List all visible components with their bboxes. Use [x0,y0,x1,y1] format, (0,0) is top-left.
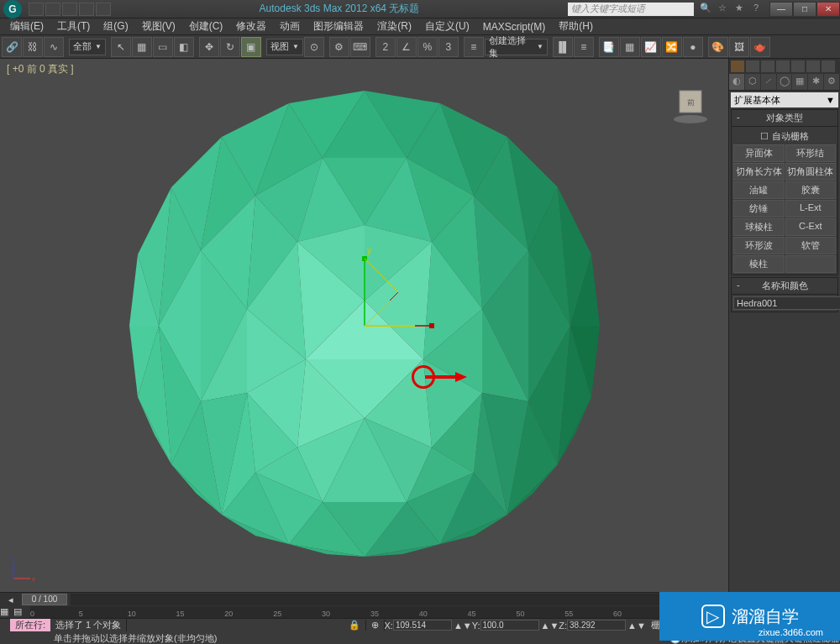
scale-icon[interactable]: ▣ [241,37,261,57]
modify-tab[interactable]: ⬡ [745,74,761,90]
curve-editor-icon[interactable]: 📈 [641,37,661,57]
auto-grid-checkbox[interactable]: ☐ 自动栅格 [733,128,836,144]
menu-customize[interactable]: 自定义(U) [418,19,476,34]
edit-named-icon[interactable]: ≡ [464,37,484,57]
obj-btn-oiltank[interactable]: 油罐 [733,181,785,199]
link-icon[interactable]: 🔗 [2,37,22,57]
util-icon[interactable] [791,60,805,72]
object-name-input[interactable] [733,296,840,310]
display-tab[interactable]: ▦ [792,74,808,90]
favorite-icon[interactable]: ★ [732,3,746,16]
layer-icon[interactable]: 📑 [599,37,619,57]
util-icon[interactable] [806,60,820,72]
rotate-icon[interactable]: ↻ [220,37,240,57]
obj-btn-torus-knot[interactable]: 环形结 [785,144,837,162]
render-icon[interactable]: 🫖 [750,37,770,57]
menu-graph-editors[interactable]: 图形编辑器 [307,19,370,34]
lock-icon[interactable]: 🔒 [344,620,366,631]
util-icon[interactable] [822,60,835,72]
manipulate-icon[interactable]: ⚙ [329,37,349,57]
select-name-icon[interactable]: ▦ [132,37,152,57]
menu-edit[interactable]: 编辑(E) [3,19,50,34]
viewport[interactable]: [ +0 前 0 真实 ] 前 [0,59,728,592]
util-icon[interactable] [761,60,774,72]
window-crossing-icon[interactable]: ◧ [174,37,194,57]
graphite-icon[interactable]: ▦ [620,37,640,57]
create-tab[interactable]: ◐ [729,74,745,90]
qat-redo[interactable] [96,3,111,16]
obj-btn-cext[interactable]: C-Ext [785,218,837,236]
util-icon[interactable] [776,60,790,72]
help-search-input[interactable]: 键入关键字或短语 [568,3,694,16]
snap-angle-icon[interactable]: ∠ [396,37,417,57]
obj-btn-chamfercyl[interactable]: 切角圆柱体 [785,163,837,181]
unlink-icon[interactable]: ⛓ [23,37,43,57]
move-icon[interactable]: ✥ [199,37,219,57]
menu-create[interactable]: 创建(C) [182,19,230,34]
y-coord-input[interactable] [480,620,539,631]
snap-spinner-icon[interactable]: 3 [438,37,459,57]
search-icon[interactable]: 🔍 [699,3,712,16]
render-frame-icon[interactable]: 🖼 [729,37,749,57]
close-button[interactable]: ✕ [816,2,840,17]
qat-undo[interactable] [79,3,94,16]
track-bar-icon[interactable]: ▤ [13,606,27,618]
frame-back-icon[interactable]: ◂ [8,594,13,605]
menu-help[interactable]: 帮助(H) [552,19,600,34]
keyboard-icon[interactable]: ⌨ [350,37,370,57]
selection-filter-dropdown[interactable]: 全部▼ [69,39,106,55]
object-type-header[interactable]: -对象类型 [732,110,837,127]
pivot-icon[interactable]: ⊙ [304,37,324,57]
snap-percent-icon[interactable]: % [417,37,438,57]
snap-2d-icon[interactable]: 2 [375,37,396,57]
qat-button[interactable] [45,3,60,16]
motion-tab[interactable]: ◯ [777,74,793,90]
track-bar-icon[interactable]: ▦ [0,606,13,618]
viewport-label[interactable]: [ +0 前 0 真实 ] [7,62,74,76]
category-dropdown[interactable]: 扩展基本体▼ [731,92,838,107]
qat-button[interactable] [62,3,77,16]
util-icon[interactable] [731,60,744,72]
schematic-icon[interactable]: 🔀 [662,37,682,57]
select-icon[interactable]: ↖ [111,37,131,57]
minimize-button[interactable]: — [769,2,793,17]
menu-views[interactable]: 视图(V) [135,19,182,34]
utilities-tab[interactable]: ✱ [808,74,824,90]
menu-group[interactable]: 组(G) [97,19,134,34]
menu-tools[interactable]: 工具(T) [50,19,97,34]
z-coord-input[interactable] [567,620,626,631]
obj-btn-hose[interactable]: 软管 [785,237,837,254]
name-color-header[interactable]: -名称和颜色 [732,278,837,295]
align-icon[interactable]: ≡ [574,37,594,57]
extra-tab[interactable]: ⚙ [824,74,840,90]
help-icon[interactable]: ? [749,3,763,16]
app-icon[interactable]: G [3,0,22,18]
obj-btn-hedra[interactable]: 异面体 [733,144,785,162]
viewcube[interactable]: 前 [669,84,711,126]
material-editor-icon[interactable]: ● [683,37,703,57]
obj-btn-ringwave[interactable]: 环形波 [733,237,785,254]
hedra-object[interactable]: y [121,82,608,569]
obj-btn-prism[interactable]: 棱柱 [733,255,785,273]
menu-maxscript[interactable]: MAXScript(M) [476,21,553,33]
render-setup-icon[interactable]: 🎨 [708,37,728,57]
hierarchy-tab[interactable]: ⟋ [761,74,777,90]
obj-btn-lext[interactable]: L-Ext [785,200,837,217]
named-selection-dropdown[interactable]: 创建选择集▼ [485,39,548,55]
obj-btn-capsule[interactable]: 胶囊 [785,181,837,199]
time-slider[interactable]: 0 / 100 [22,594,67,605]
select-region-icon[interactable]: ▭ [153,37,173,57]
qat-button[interactable] [29,3,44,16]
util-icon[interactable] [746,60,759,72]
ref-coord-dropdown[interactable]: 视图▼ [266,39,303,55]
obj-btn-gengon[interactable]: 球棱柱 [733,218,785,236]
mirror-icon[interactable]: ▐▌ [553,37,573,57]
obj-btn-spindle[interactable]: 纺锤 [733,200,785,217]
comm-icon[interactable]: ☆ [716,3,729,16]
bind-icon[interactable]: ∿ [44,37,64,57]
menu-animation[interactable]: 动画 [273,19,307,34]
x-coord-input[interactable] [393,620,452,631]
obj-btn-chamferbox[interactable]: 切角长方体 [733,163,785,181]
maximize-button[interactable]: □ [793,2,816,17]
menu-modifiers[interactable]: 修改器 [229,19,273,34]
